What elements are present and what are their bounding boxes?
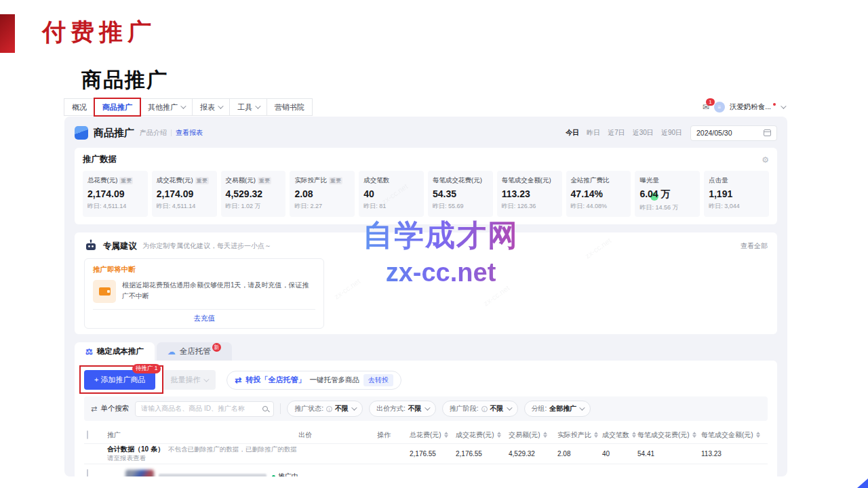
batch-action-button[interactable]: 批量操作 (162, 370, 216, 390)
toggle-search-icon: ⇄ (91, 405, 97, 413)
status-badge: 推广中 (272, 472, 298, 476)
col-promo: 推广 (107, 430, 298, 440)
slide-accent-bar (0, 14, 15, 53)
slide-corner-decoration (857, 479, 868, 488)
filter-bid-type[interactable]: 出价方式: 不限 (369, 401, 436, 417)
metric-card-fee-ratio[interactable]: 全站推广费比 47.14% 昨日: 44.08% (566, 171, 631, 217)
page-header: 商品推广 产品介绍 查看报表 今日 昨日 近7日 近30日 近90日 2024/… (75, 123, 777, 142)
product-intro-link[interactable]: 产品介绍 (140, 128, 167, 138)
avatar[interactable]: ≡ (714, 102, 725, 113)
col-cost-per-order[interactable]: 每笔成交花费(元) (637, 430, 701, 440)
message-icon[interactable]: ✉1 (703, 102, 709, 112)
account-name[interactable]: 沃爱奶粉食... (730, 102, 771, 112)
robot-icon (84, 239, 98, 253)
chevron-down-icon (507, 405, 512, 410)
tab-stable-cost[interactable]: ⚖ 稳定成本推广 (75, 342, 155, 361)
row-checkbox[interactable] (87, 469, 88, 476)
nav-tab-academy[interactable]: 营销书院 (267, 98, 313, 116)
select-all-checkbox[interactable] (87, 430, 88, 439)
suggestion-title: 专属建议 (103, 241, 137, 252)
page-title: 商品推广 (94, 127, 134, 140)
chevron-down-icon (204, 376, 210, 382)
sort-icon (756, 432, 760, 438)
go-transfer-button[interactable]: 去转投 (363, 374, 393, 386)
status-dot (272, 475, 275, 477)
app-screenshot: 概况 商品推广 其他推广 报表 工具 营销书院 ✉1 ≡ 沃爱奶粉食... 商品… (64, 98, 787, 476)
col-total-spend[interactable]: 总花费(元) (410, 430, 456, 440)
chevron-down-icon (180, 103, 186, 108)
nav-tab-product-promo[interactable]: 商品推广 (94, 98, 140, 116)
col-orders[interactable]: 成交笔数 (602, 430, 637, 440)
warning-title: 推广即将中断 (93, 265, 315, 274)
chevron-down-icon (580, 405, 585, 410)
metric-card-roi[interactable]: 实际投产比重要 2.08 昨日: 2.27 (290, 171, 355, 217)
promo-table: 推广 出价 操作 总花费(元) 成交花费(元) 交易额(元) 实际投产比 成交笔… (84, 426, 768, 476)
table-row[interactable]: 推广中 成交出价: 55.00 元 (84, 464, 768, 476)
search-placeholder: 请输入商品名、商品 ID、推广名称 (141, 404, 245, 413)
product-thumbnail (125, 470, 154, 476)
suggestion-subtitle: 为你定制专属优化建议，每天进步一小点～ (142, 241, 271, 251)
date-range-tabs: 今日 昨日 近7日 近30日 近90日 (566, 128, 682, 138)
nav-tab-tools[interactable]: 工具 (229, 98, 267, 116)
filter-bar: ⇄ 单个搜索 请输入商品名、商品 ID、推广名称 推广状态: i 不限 出价方式… (84, 396, 768, 421)
summary-row: 合计数据（10 条）不包含已删除推广的数据，已删除推广的数据请至报表查看 2,1… (84, 444, 768, 464)
pending-promo-badge: 待推广 1 (132, 364, 161, 373)
filter-group[interactable]: 分组: 全部推广 (524, 401, 591, 417)
chevron-down-icon (255, 103, 260, 108)
gear-icon[interactable]: ⚙ (762, 155, 769, 165)
info-icon: i (326, 406, 332, 412)
metric-card-amount-per-order[interactable]: 每笔成交金额(元) 113.23 昨日: 126.36 (497, 171, 562, 217)
promo-tabs: ⚖ 稳定成本推广 ☁ 全店托管 新 (75, 342, 777, 361)
col-op: 操作 (377, 430, 410, 440)
section-heading: 商品推广 (81, 66, 168, 94)
metric-card-gmv[interactable]: 交易额(元)重要 4,529.32 昨日: 1.02 万 (221, 171, 286, 217)
view-all-link[interactable]: 查看全部 (741, 241, 768, 251)
metric-card-clicks[interactable]: 点击量 1,191 昨日: 3,044 (704, 171, 769, 217)
notification-badge: 1 (706, 98, 714, 106)
chevron-down-icon (425, 405, 430, 410)
range-today[interactable]: 今日 (566, 128, 579, 138)
toolbar: + 添加推广商品 待推广 1 批量操作 ⇄ 转投「全店托管」 一键托管多商品 去… (84, 370, 768, 390)
search-mode-toggle[interactable]: ⇄ 单个搜索 (91, 404, 129, 413)
blurred-title (159, 474, 267, 476)
nav-tab-other-promo[interactable]: 其他推广 (140, 98, 193, 116)
col-gmv[interactable]: 交易额(元) (509, 430, 557, 440)
sort-icon (543, 432, 547, 438)
col-deal-spend[interactable]: 成交花费(元) (456, 430, 509, 440)
nav-tab-overview[interactable]: 概况 (64, 98, 95, 116)
metric-card-total-spend[interactable]: 总花费(元)重要 2,174.09 昨日: 4,511.14 (83, 171, 148, 217)
chevron-down-icon[interactable] (781, 103, 786, 108)
col-roi[interactable]: 实际投产比 (557, 430, 602, 440)
metric-card-orders[interactable]: 成交笔数 40 昨日: 81 (359, 171, 424, 217)
search-icon (262, 406, 268, 411)
search-input[interactable]: 请输入商品名、商品 ID、推广名称 (135, 401, 274, 417)
page-panel: 商品推广 产品介绍 查看报表 今日 昨日 近7日 近30日 近90日 2024/… (64, 117, 787, 476)
warning-text: 根据近期花费预估通用余额仅够使用1天，请及时充值，保证推广不中断 (122, 280, 315, 303)
metric-card-impressions[interactable]: 曝光量 6.04 万 昨日: 14.56 万 (635, 171, 700, 217)
transfer-icon: ⇄ (235, 375, 241, 385)
filter-promo-stage[interactable]: 推广阶段: i 不限 (442, 401, 518, 417)
filter-promo-status[interactable]: 推广状态: i 不限 (287, 401, 363, 417)
nav-tab-reports[interactable]: 报表 (192, 98, 230, 116)
tab-full-hosting[interactable]: ☁ 全店托管 新 (157, 342, 232, 361)
suggestion-card: 推广即将中断 根据近期花费预估通用余额仅够使用1天，请及时充值，保证推广不中断 … (84, 258, 324, 329)
chevron-down-icon (351, 405, 357, 410)
range-90d[interactable]: 近90日 (661, 128, 682, 138)
metric-card-deal-spend[interactable]: 成交花费(元)重要 2,174.09 昨日: 4,511.14 (152, 171, 217, 217)
important-badge: 重要 (195, 177, 209, 184)
recharge-link[interactable]: 去充值 (93, 309, 315, 328)
promo-list-card: + 添加推广商品 待推广 1 批量操作 ⇄ 转投「全店托管」 一键托管多商品 去… (75, 361, 777, 476)
top-nav: 概况 商品推广 其他推广 报表 工具 营销书院 ✉1 ≡ 沃爱奶粉食... (64, 98, 787, 116)
important-badge: 重要 (119, 177, 133, 184)
chevron-down-icon (218, 103, 223, 108)
range-30d[interactable]: 近30日 (633, 128, 654, 138)
metric-card-cost-per-order[interactable]: 每笔成交花费(元) 54.35 昨日: 55.69 (428, 171, 493, 217)
col-amount-per-order[interactable]: 每笔成交金额(元) (701, 430, 768, 440)
range-7d[interactable]: 近7日 (608, 128, 625, 138)
metrics-section: 推广数据 ⚙ 总花费(元)重要 2,174.09 昨日: 4,511.14 成交… (75, 148, 777, 224)
view-report-link[interactable]: 查看报表 (176, 128, 203, 138)
important-badge: 重要 (329, 177, 342, 184)
slide-title: 付费推广 (42, 16, 156, 48)
date-picker[interactable]: 2024/05/30 (690, 125, 777, 141)
range-yesterday[interactable]: 昨日 (587, 128, 600, 138)
